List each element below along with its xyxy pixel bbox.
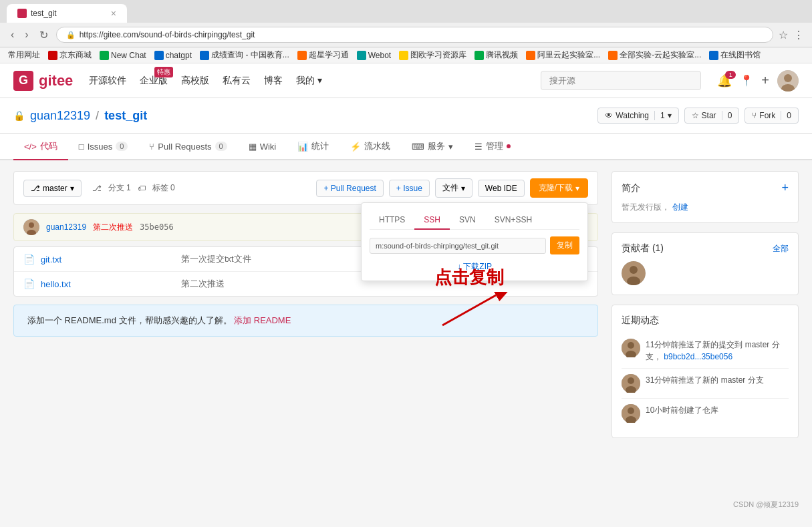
gitee-logo-text: gitee	[39, 72, 73, 90]
file-icon-1: 📄	[23, 279, 34, 289]
bookmark-library[interactable]: 在线图书馆	[709, 49, 761, 61]
contributors-count: (1)	[652, 242, 664, 253]
bookmark-common-label: 常用网址	[8, 49, 40, 61]
tab-services[interactable]: ⌨ 服务 ▾	[401, 134, 464, 160]
nav-mine[interactable]: 我的 ▾	[296, 72, 322, 90]
user-avatar[interactable]	[777, 70, 799, 92]
copy-btn[interactable]: 复制	[550, 236, 579, 254]
tab-prs[interactable]: ⑂ Pull Requests 0	[138, 134, 237, 160]
bookmark-jd[interactable]: 京东商城	[48, 49, 92, 61]
clone-tab-svn[interactable]: SVN	[450, 211, 485, 230]
tab-pipeline-icon: ⚡	[350, 142, 361, 152]
tab-wiki[interactable]: ▦ Wiki	[238, 134, 287, 160]
issue-btn[interactable]: + Issue	[389, 180, 430, 197]
bookmark-common[interactable]: 常用网址	[8, 49, 40, 61]
clone-tab-https[interactable]: HTTPS	[370, 211, 414, 230]
gitee-header: G gitee 开源软件 企业版 特惠 高校版 私有云 博客 我的 ▾ 🔔 1 …	[0, 63, 812, 98]
nav-blog[interactable]: 博客	[264, 72, 283, 90]
readme-add-link[interactable]: 添加 README	[234, 315, 291, 325]
bookmark-chaoxing[interactable]: 超星学习通	[297, 49, 349, 61]
bookmark-star-icon[interactable]: ☆	[779, 29, 788, 41]
toolbar-right: + Pull Request + Issue 文件 ▾ Web IDE 克隆/下…	[316, 178, 588, 198]
back-btn[interactable]: ‹	[8, 27, 17, 42]
clone-tab-svnplusssh[interactable]: SVN+SSH	[485, 211, 541, 230]
tag-icon: 🏷	[138, 184, 146, 193]
clone-dropdown: HTTPS SSH SVN SVN+SSH 复制 ↓ 下载ZIP 点击复制	[361, 202, 588, 281]
bookmark-webot[interactable]: Webot	[357, 51, 391, 60]
repo-name-link[interactable]: test_git	[104, 109, 147, 123]
watch-button[interactable]: 👁 Watching 1 ▾	[597, 108, 678, 124]
bookmark-tencent-label: 腾讯视频	[486, 49, 518, 61]
file-name-1[interactable]: hello.txt	[41, 279, 174, 289]
url-box[interactable]: 🔒 https://gitee.com/sound-of-birds-chirp…	[56, 27, 773, 43]
tab-stats[interactable]: 📊 统计	[287, 134, 340, 160]
bookmark-allexp-label: 全部实验-云起实验室...	[620, 49, 701, 61]
list-item: 31分钟前推送了新的 master 分支	[622, 369, 789, 399]
activity-link-0[interactable]: b9bcb2d...35be056	[664, 352, 732, 361]
download-zip-link[interactable]: ↓ 下载ZIP	[457, 261, 492, 273]
bookmark-chatgpt[interactable]: chatgpt	[154, 51, 192, 60]
watch-label: Watching	[616, 111, 649, 120]
location-btn[interactable]: 📍	[740, 74, 753, 87]
tab-manage[interactable]: ☰ 管理	[464, 134, 521, 160]
star-button[interactable]: ☆ Star 0	[684, 108, 740, 124]
refresh-btn[interactable]: ↻	[37, 27, 51, 43]
tab-issues-icon: □	[79, 142, 84, 152]
branch-selector[interactable]: ⎇ master ▾	[23, 180, 82, 197]
create-release-link[interactable]: 创建	[672, 202, 688, 212]
fork-label: Fork	[759, 111, 775, 120]
repo-owner-link[interactable]: guan12319	[30, 109, 90, 123]
notification-btn[interactable]: 🔔 1	[717, 73, 732, 88]
search-input[interactable]	[541, 71, 701, 90]
tab-prs-label: Pull Requests	[158, 142, 211, 152]
tab-issues[interactable]: □ Issues 0	[68, 134, 139, 160]
bookmark-all-exp[interactable]: 全部实验-云起实验室...	[608, 49, 701, 61]
pull-request-btn[interactable]: + Pull Request	[316, 180, 383, 197]
bookmark-webot-icon	[357, 51, 366, 60]
bookmark-cj[interactable]: 成绩查询 - 中国教育...	[200, 49, 289, 61]
commit-author-name[interactable]: guan12319	[46, 222, 86, 232]
nav-open-source[interactable]: 开源软件	[89, 72, 126, 90]
nav-private-cloud[interactable]: 私有云	[223, 72, 251, 90]
tab-close-btn[interactable]: ×	[111, 8, 116, 19]
file-btn[interactable]: 文件 ▾	[435, 178, 472, 198]
nav-enterprise[interactable]: 企业版 特惠	[140, 72, 168, 90]
contributor-avatar-0[interactable]	[622, 261, 646, 285]
commit-sha[interactable]: 35be056	[140, 222, 174, 232]
download-row: ↓ 下载ZIP	[370, 261, 579, 273]
webide-btn[interactable]: Web IDE	[478, 180, 525, 197]
clone-btn-chevron: ▾	[575, 184, 579, 193]
add-btn[interactable]: +	[761, 73, 769, 88]
clone-tab-ssh[interactable]: SSH	[414, 211, 450, 230]
nav-school[interactable]: 高校版	[181, 72, 209, 90]
tab-code-icon: </>	[24, 142, 37, 152]
bookmark-jd-icon	[48, 51, 57, 60]
activity-header: 近期动态	[622, 315, 789, 327]
clone-url-input[interactable]	[370, 238, 546, 254]
gitee-logo[interactable]: G gitee	[13, 71, 73, 91]
intro-add-btn[interactable]: +	[781, 181, 789, 195]
bookmark-allexp-icon	[608, 51, 618, 60]
repo-actions: 👁 Watching 1 ▾ ☆ Star 0 ⑂ Fork 0	[597, 108, 799, 124]
repo-sidebar: 简介 + 暂无发行版， 创建 贡献者 (1) 全部	[612, 171, 799, 484]
browser-menu-icon[interactable]: ⋮	[793, 29, 804, 41]
bookmark-tueou[interactable]: 图欧学习资源库	[399, 49, 466, 61]
commit-message[interactable]: 第二次推送	[93, 222, 133, 233]
branch-count-icon: ⎇	[92, 184, 102, 193]
tab-code[interactable]: </> 代码	[13, 134, 68, 160]
bookmark-aliyun[interactable]: 阿里云起实验室...	[526, 49, 600, 61]
file-name-0[interactable]: git.txt	[41, 254, 174, 265]
bookmark-newchat-icon	[100, 51, 109, 60]
contributors-all-link[interactable]: 全部	[773, 243, 789, 254]
active-tab[interactable]: test_git ×	[7, 4, 127, 23]
clone-btn[interactable]: 克隆/下载 ▾	[530, 178, 588, 198]
gitee-search[interactable]	[541, 71, 701, 90]
forward-btn[interactable]: ›	[22, 27, 31, 42]
tab-services-icon: ⌨	[412, 142, 424, 152]
tab-pipeline[interactable]: ⚡ 流水线	[340, 134, 401, 160]
bookmark-tencent-video[interactable]: 腾讯视频	[475, 49, 518, 61]
activity-text-2: 10小时前创建了仓库	[646, 404, 718, 423]
bookmark-newchat[interactable]: New Chat	[100, 51, 146, 60]
tab-wiki-icon: ▦	[249, 142, 257, 152]
fork-button[interactable]: ⑂ Fork 0	[745, 108, 799, 124]
